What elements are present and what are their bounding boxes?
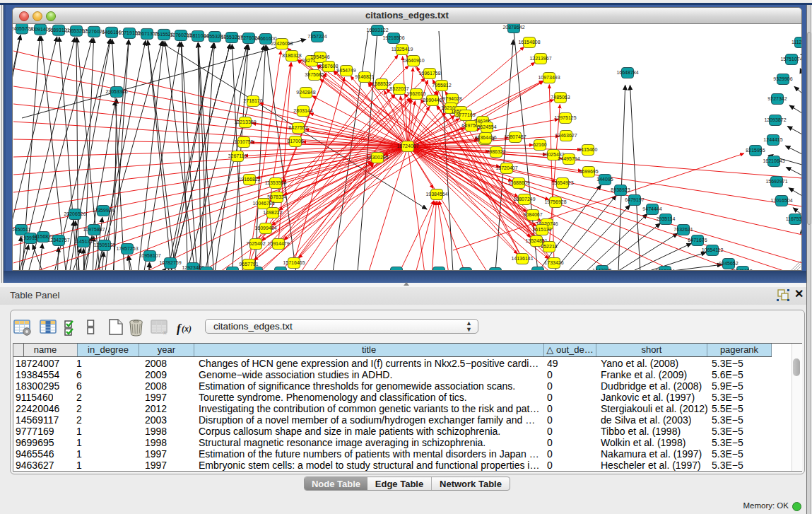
svg-text:11353594: 11353594	[265, 180, 287, 185]
svg-text:252214: 252214	[541, 244, 557, 249]
svg-text:9245652: 9245652	[719, 261, 738, 266]
svg-text:21364436: 21364436	[474, 135, 496, 140]
svg-text:9215958: 9215958	[528, 269, 547, 271]
svg-text:9227342: 9227342	[767, 96, 787, 101]
svg-text:19384554: 19384554	[425, 192, 447, 197]
svg-text:5350511: 5350511	[13, 227, 30, 232]
svg-text:64661600: 64661600	[254, 36, 276, 41]
svg-text:1795725: 1795725	[223, 269, 242, 271]
svg-text:15716465: 15716465	[283, 260, 305, 265]
svg-text:5578334: 5578334	[267, 194, 286, 199]
svg-text:9146821: 9146821	[355, 74, 374, 79]
svg-text:19756928: 19756928	[544, 199, 566, 204]
svg-text:1292344: 1292344	[387, 269, 406, 271]
svg-text:1678276: 1678276	[429, 269, 448, 271]
svg-text:8322037: 8322037	[389, 86, 408, 91]
svg-text:23053346: 23053346	[105, 89, 127, 94]
svg-text:16961758: 16961758	[418, 71, 440, 76]
svg-text:9794028: 9794028	[442, 96, 461, 101]
svg-text:15692971: 15692971	[765, 179, 787, 184]
svg-text:10654112: 10654112	[702, 247, 724, 252]
svg-text:7625402: 7625402	[246, 241, 265, 246]
svg-text:1112843: 1112843	[792, 40, 802, 45]
svg-text:1244415: 1244415	[763, 137, 782, 142]
svg-text:10958107: 10958107	[139, 253, 160, 258]
svg-text:19166822: 19166822	[238, 177, 260, 182]
svg-text:9084067: 9084067	[523, 212, 542, 217]
svg-text:8427552: 8427552	[288, 125, 307, 130]
svg-text:1442095: 1442095	[592, 268, 611, 271]
svg-text:20206526: 20206526	[64, 211, 86, 216]
svg-text:8471676: 8471676	[688, 238, 707, 243]
svg-text:8938923: 8938923	[611, 187, 630, 192]
svg-text:12505135: 12505135	[93, 243, 115, 247]
svg-text:17016504: 17016504	[770, 198, 792, 203]
svg-text:12093872: 12093872	[764, 117, 786, 122]
svg-text:144095: 144095	[596, 177, 613, 182]
svg-text:1167534: 1167534	[786, 216, 802, 221]
svg-text:7485063: 7485063	[551, 95, 570, 100]
svg-text:12213967: 12213967	[529, 56, 551, 61]
svg-text:22426058: 22426058	[271, 41, 293, 46]
svg-text:16782759: 16782759	[159, 260, 181, 265]
svg-text:10688609: 10688609	[507, 180, 529, 185]
svg-text:9329906: 9329906	[773, 76, 792, 81]
svg-text:8186328: 8186328	[282, 53, 301, 58]
svg-text:1812934: 1812934	[486, 270, 505, 271]
svg-text:18300295: 18300295	[366, 155, 388, 160]
svg-text:7955812: 7955812	[432, 83, 451, 88]
svg-text:13654923: 13654923	[551, 180, 573, 185]
svg-text:2935114: 2935114	[657, 216, 676, 221]
svg-text:1678275: 1678275	[271, 269, 290, 271]
svg-text:9699695: 9699695	[579, 169, 598, 174]
svg-text:(x): (x)	[182, 324, 192, 334]
svg-text:1054546: 1054546	[310, 54, 329, 59]
svg-text:16154808: 16154808	[518, 40, 540, 45]
svg-text:16914479: 16914479	[267, 241, 289, 246]
svg-text:16893122: 16893122	[366, 28, 388, 33]
svg-text:24495794: 24495794	[558, 156, 579, 161]
svg-text:9474444: 9474444	[642, 206, 661, 211]
svg-text:3624554: 3624554	[477, 124, 496, 129]
svg-text:1733426: 1733426	[544, 260, 563, 265]
svg-text:62160: 62160	[533, 142, 547, 147]
svg-text:1250513: 1250513	[196, 269, 216, 271]
svg-text:2867608: 2867608	[319, 64, 338, 69]
svg-text:19218506: 19218506	[382, 35, 404, 40]
svg-text:16210643: 16210643	[763, 158, 784, 163]
svg-text:15720407: 15720407	[495, 165, 517, 170]
svg-text:9777169: 9777169	[456, 112, 475, 117]
svg-text:8215955: 8215955	[746, 148, 765, 153]
svg-text:7986322: 7986322	[486, 149, 505, 154]
svg-text:3267110: 3267110	[228, 153, 247, 158]
svg-text:10975887: 10975887	[83, 227, 105, 232]
svg-text:1615132: 1615132	[532, 227, 551, 232]
svg-text:10807487: 10807487	[504, 134, 526, 139]
svg-text:18640910: 18640910	[402, 58, 424, 63]
svg-text:8245652: 8245652	[733, 269, 752, 271]
svg-text:817006: 817006	[287, 139, 303, 144]
svg-text:18724007: 18724007	[396, 144, 418, 148]
svg-text:10973493: 10973493	[538, 75, 560, 80]
svg-text:9242848: 9242848	[296, 90, 315, 95]
svg-text:7632621: 7632621	[673, 227, 693, 232]
svg-text:x: x	[163, 329, 167, 336]
svg-text:2803144: 2803144	[293, 108, 312, 113]
svg-text:17957253: 17957253	[116, 246, 138, 251]
svg-text:1588520: 1588520	[372, 81, 391, 86]
svg-text:15751074: 15751074	[780, 57, 802, 62]
svg-text:12213369: 12213369	[234, 119, 256, 124]
svg-text:1010755: 1010755	[234, 139, 253, 144]
svg-text:6479197: 6479197	[625, 197, 644, 202]
svg-text:14136141: 14136141	[511, 256, 533, 261]
svg-text:7357224: 7357224	[307, 34, 326, 39]
svg-text:8990448: 8990448	[423, 98, 442, 103]
svg-text:10046786: 10046786	[252, 201, 274, 206]
svg-text:2718170: 2718170	[243, 98, 262, 103]
svg-text:1012934: 1012934	[456, 270, 475, 271]
svg-text:1145131: 1145131	[74, 239, 93, 244]
svg-text:12342757: 12342757	[47, 238, 69, 243]
svg-text:16648784: 16648784	[616, 70, 638, 75]
svg-text:8454749: 8454749	[336, 68, 355, 73]
svg-text:20878642: 20878642	[502, 25, 524, 30]
